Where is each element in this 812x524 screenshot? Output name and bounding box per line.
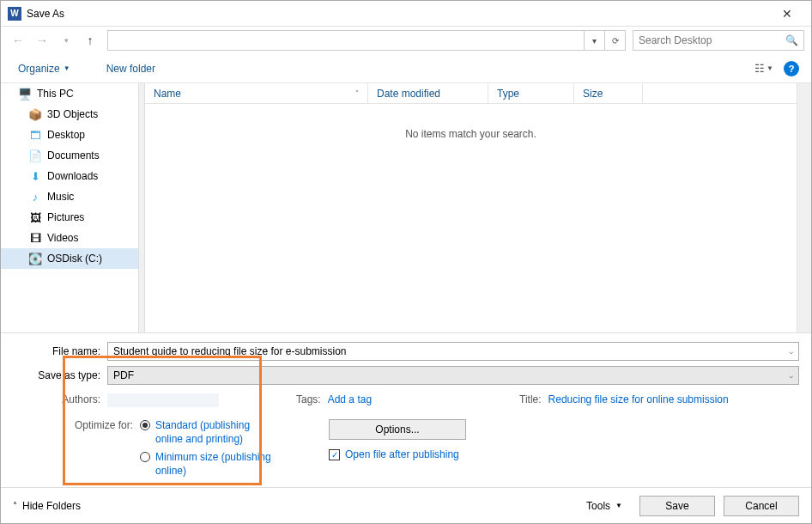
hide-folders-button[interactable]: ˄ Hide Folders: [13, 500, 81, 512]
new-folder-button[interactable]: New folder: [101, 59, 161, 78]
filename-input[interactable]: Student guide to reducing file size for …: [107, 342, 799, 361]
close-button[interactable]: ✕: [770, 7, 804, 21]
address-bar[interactable]: ▾ ⟳: [107, 30, 626, 51]
sidebar-item-videos[interactable]: 🎞Videos: [1, 228, 138, 248]
column-size[interactable]: Size: [574, 83, 643, 103]
filename-label: File name:: [13, 345, 107, 357]
help-icon[interactable]: ?: [784, 61, 799, 76]
disk-icon: 💽: [28, 252, 42, 265]
column-name[interactable]: Name˄: [145, 83, 368, 103]
saveastype-label: Save as type:: [13, 369, 107, 381]
sidebar-item-this-pc[interactable]: 🖥️This PC: [1, 83, 138, 104]
column-type[interactable]: Type: [488, 83, 574, 103]
toolbar: Organize▼ New folder ☷ ▼ ?: [1, 54, 811, 83]
search-icon[interactable]: 🔍: [785, 34, 798, 46]
column-date[interactable]: Date modified: [368, 83, 488, 103]
search-placeholder: Search Desktop: [639, 34, 712, 46]
saveastype-select[interactable]: PDF ⌵: [107, 366, 799, 385]
videos-icon: 🎞: [28, 231, 42, 245]
document-icon: 📄: [28, 149, 42, 162]
splitter[interactable]: [138, 83, 145, 332]
radio-icon: [140, 420, 150, 430]
empty-message: No items match your search.: [145, 104, 797, 140]
recent-caret[interactable]: ▾: [56, 30, 76, 51]
open-after-checkbox[interactable]: ✓ Open file after publishing: [329, 448, 466, 460]
tools-button[interactable]: Tools ▼: [586, 500, 622, 512]
pictures-icon: 🖼: [28, 210, 42, 224]
organize-button[interactable]: Organize▼: [13, 59, 76, 78]
sidebar-item-3d-objects[interactable]: 📦3D Objects: [1, 104, 138, 125]
sort-caret-icon: ˄: [355, 89, 359, 97]
address-dropdown[interactable]: ▾: [584, 30, 604, 51]
cancel-button[interactable]: Cancel: [724, 496, 799, 516]
main-area: 🖥️This PC 📦3D Objects 🗔Desktop 📄Document…: [1, 83, 811, 332]
forward-button[interactable]: →: [32, 30, 52, 51]
title-bar: W Save As ✕: [1, 1, 811, 27]
sidebar-item-osdisk[interactable]: 💽OSDisk (C:): [1, 248, 138, 269]
title-label: Title:: [519, 393, 548, 405]
options-button[interactable]: Options...: [329, 419, 466, 440]
bottom-panel: File name: Student guide to reducing fil…: [1, 332, 811, 490]
chevron-up-icon: ˄: [13, 501, 17, 510]
title-value[interactable]: Reducing file size for online submission: [548, 393, 729, 405]
sidebar-item-downloads[interactable]: ⬇Downloads: [1, 166, 138, 186]
window-title: Save As: [27, 8, 770, 20]
dropdown-caret-icon[interactable]: ⌵: [789, 347, 793, 356]
sidebar-item-pictures[interactable]: 🖼Pictures: [1, 207, 138, 228]
download-icon: ⬇: [28, 169, 42, 183]
file-list: Name˄ Date modified Type Size No items m…: [145, 83, 797, 332]
sidebar: 🖥️This PC 📦3D Objects 🗔Desktop 📄Document…: [1, 83, 138, 332]
back-button[interactable]: ←: [8, 30, 28, 51]
refresh-button[interactable]: ⟳: [604, 30, 625, 51]
optimize-label: Optimize for:: [13, 419, 140, 431]
cube-icon: 📦: [28, 107, 42, 121]
desktop-icon: 🗔: [28, 128, 42, 142]
column-headers: Name˄ Date modified Type Size: [145, 83, 797, 104]
radio-minimum[interactable]: Minimum size (publishing online): [140, 451, 277, 478]
save-button[interactable]: Save: [639, 496, 715, 516]
search-input[interactable]: Search Desktop 🔍: [633, 30, 804, 51]
sidebar-item-desktop[interactable]: 🗔Desktop: [1, 125, 138, 145]
sidebar-item-music[interactable]: ♪Music: [1, 186, 138, 207]
scrollbar[interactable]: [797, 83, 811, 332]
authors-label: Authors:: [13, 393, 107, 405]
tags-label: Tags:: [296, 393, 328, 405]
radio-standard[interactable]: Standard (publishing online and printing…: [140, 419, 277, 446]
dropdown-caret-icon: ▼: [615, 502, 622, 509]
nav-bar: ← → ▾ ↑ ▾ ⟳ Search Desktop 🔍: [1, 27, 811, 54]
authors-value[interactable]: [107, 393, 219, 407]
tags-value[interactable]: Add a tag: [328, 393, 372, 405]
sidebar-item-documents[interactable]: 📄Documents: [1, 145, 138, 166]
up-button[interactable]: ↑: [80, 30, 100, 51]
music-icon: ♪: [28, 190, 42, 204]
radio-icon: [140, 452, 150, 462]
dropdown-caret-icon[interactable]: ⌵: [789, 371, 793, 380]
checkbox-icon: ✓: [329, 449, 340, 460]
view-button[interactable]: ☷ ▼: [754, 62, 773, 75]
word-icon: W: [8, 7, 21, 21]
footer: ˄ Hide Folders Tools ▼ Save Cancel: [1, 487, 811, 523]
monitor-icon: 🖥️: [18, 87, 32, 101]
